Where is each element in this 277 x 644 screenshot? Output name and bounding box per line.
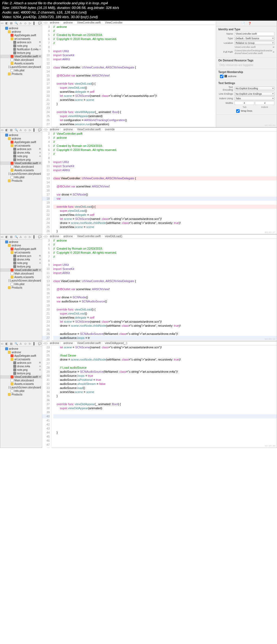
tree-item-art-scnassets[interactable]: art.scnassets xyxy=(0,358,42,361)
breadcrumb[interactable]: ardrone〉ardrone〉ViewController.swift〉vie… xyxy=(50,341,127,345)
tree-item-info-plist[interactable]: Info.plist xyxy=(0,69,42,72)
file-inspector[interactable]: 📄 ❓ Identity and Type NameViewController… xyxy=(216,21,277,127)
breadcrumb-segment[interactable]: ViewController.swift xyxy=(77,342,101,345)
tree-item-texture-png[interactable]: texture.png xyxy=(0,158,42,161)
tree-item-texture-png[interactable]: texture.png xyxy=(0,372,42,375)
folder-icon[interactable]: ▭ xyxy=(1,22,4,25)
tree-item-viewcontroller-swift[interactable]: ViewController.swiftM xyxy=(0,268,42,272)
breadcrumb-segment[interactable]: ardrone xyxy=(50,128,59,131)
tree-item-assets-xcassets[interactable]: Assets.xcassets xyxy=(0,275,42,279)
code-editor[interactable]: ◁▷ ardrone〉ardrone〉ViewController.swift〉… xyxy=(42,128,277,234)
file-tree[interactable]: ardroneardroneAppDelegate.swiftart.scnas… xyxy=(0,240,42,290)
tree-item-art-scnassets[interactable]: art.scnassets xyxy=(0,37,42,41)
lineending-dropdown[interactable]: No Explicit Line Endings xyxy=(235,92,275,96)
test-icon[interactable]: ◇ xyxy=(24,22,27,25)
back-icon[interactable]: ◁ xyxy=(43,128,45,131)
breadcrumb[interactable]: ardrone〉ardrone〉ViewController.swift〉vie… xyxy=(50,235,122,238)
tree-item-appdelegate-swift[interactable]: AppDelegate.swift xyxy=(0,140,42,144)
type-dropdown[interactable]: Default - Swift Source xyxy=(235,37,275,40)
breadcrumb-segment[interactable]: ardrone xyxy=(50,342,59,345)
tree-item-products[interactable]: Products xyxy=(0,179,42,183)
tree-item-drone-m4a[interactable]: drone.m4aA xyxy=(0,258,42,261)
wrap-checkbox[interactable] xyxy=(236,109,240,113)
project-navigator[interactable]: ▭◧▤🔍⚠◇▷▌💬 ardroneardroneAppDelegate.swif… xyxy=(0,128,42,234)
inspector-tabs[interactable]: 📄 ❓ xyxy=(216,21,277,26)
tree-item-note-png[interactable]: note.pngA xyxy=(0,154,42,158)
location-dropdown[interactable]: Relative to Group xyxy=(235,41,275,45)
symbol-icon[interactable]: ▤ xyxy=(10,22,13,25)
tree-item-main-storyboard[interactable]: Main.storyboard xyxy=(0,58,42,62)
reveal-icon[interactable]: ➜ xyxy=(272,51,275,53)
tree-item-launchscreen-storyboard[interactable]: LaunchScreen.storyboard xyxy=(0,172,42,176)
tree-item-launchscreen-storyboard[interactable]: LaunchScreen.storyboard xyxy=(0,386,42,389)
tree-item-assets-xcassets[interactable]: Assets.xcassets xyxy=(0,169,42,172)
encoding-dropdown[interactable]: No Explicit Encoding xyxy=(235,87,275,90)
breadcrumb[interactable]: ardrone〉ardrone〉ViewController.swift〉Vie… xyxy=(50,21,123,25)
folder-icon[interactable]: ▭ xyxy=(1,128,4,132)
breadcrumb-segment[interactable]: override xyxy=(105,128,115,131)
breadcrumb-segment[interactable]: ardrone xyxy=(63,128,72,131)
indent-width-field[interactable]: 4 xyxy=(255,101,275,105)
tree-item-ardrone[interactable]: ardrone xyxy=(0,137,42,140)
tree-item-products[interactable]: Products xyxy=(0,393,42,396)
back-icon[interactable]: ◁ xyxy=(43,342,45,345)
project-navigator[interactable]: ▭ ◧ ▤ 🔍 ⚠ ◇ ▷ ▌ 💬 ardroneardroneAppDeleg… xyxy=(0,21,42,127)
tree-item-note-png[interactable]: note.pngA xyxy=(0,44,42,48)
editor-nav[interactable]: ◁▷ xyxy=(43,21,48,24)
tree-item-ardrone[interactable]: ardrone xyxy=(0,133,42,137)
code-body[interactable]: 2324252627282930313233343536373839404142… xyxy=(42,345,277,448)
tree-item-main-storyboard[interactable]: Main.storyboard xyxy=(0,165,42,169)
file-tree[interactable]: ardroneardroneAppDelegate.swiftart.scnas… xyxy=(0,346,42,397)
debug-icon[interactable]: ▷ xyxy=(29,22,32,25)
tree-item-ardrone-scn[interactable]: ardrone.scnR xyxy=(0,361,42,365)
code-editor[interactable]: ◁▷ ardrone〉ardrone〉ViewController.swift〉… xyxy=(42,235,277,341)
forward-icon[interactable]: ▷ xyxy=(46,235,48,238)
tree-item-main-storyboard[interactable]: Main.storyboard xyxy=(0,272,42,275)
tree-item-appdelegate-swift[interactable]: AppDelegate.swift xyxy=(0,354,42,358)
tree-item-ardrone[interactable]: ardrone xyxy=(0,27,42,30)
back-icon[interactable]: ◁ xyxy=(43,21,45,24)
tree-item-ardrone[interactable]: ardrone xyxy=(0,351,42,354)
breadcrumb-segment[interactable]: ViewController.swift xyxy=(77,128,101,131)
report-icon[interactable]: 💬 xyxy=(38,22,41,25)
navigator-tabs[interactable]: ▭ ◧ ▤ 🔍 ⚠ ◇ ▷ ▌ 💬 xyxy=(0,21,42,26)
breakpoint-icon[interactable]: ▌ xyxy=(34,22,37,25)
tree-item-viewcontroller-swift[interactable]: ViewController.swiftM xyxy=(0,161,42,165)
tree-item-products[interactable]: Products xyxy=(0,286,42,289)
tree-item-viewcontroller-swift[interactable]: ViewController.swiftM xyxy=(0,375,42,379)
tree-item-launchscreen-storyboard[interactable]: LaunchScreen.storyboard xyxy=(0,279,42,282)
tree-item-note-png[interactable]: note.pngA xyxy=(0,261,42,265)
folder-picker-icon[interactable]: ➜ xyxy=(272,46,275,48)
tree-item-note-png[interactable]: note.pngA xyxy=(0,368,42,372)
issue-icon[interactable]: ⚠ xyxy=(19,22,22,25)
breadcrumb-segment[interactable]: viewDidAppear(_:) xyxy=(105,342,127,345)
tree-item-viewcontroller-swift[interactable]: ViewController.swiftM xyxy=(0,55,42,58)
tree-item-assets-xcassets[interactable]: Assets.xcassets xyxy=(0,382,42,386)
navigator-tabs[interactable]: ▭◧▤🔍⚠◇▷▌💬 xyxy=(0,128,42,133)
breadcrumb-segment[interactable]: ViewController xyxy=(105,21,123,24)
tree-item-notification-6-m4a[interactable]: Notification 6.m4aA xyxy=(0,48,42,51)
tab-width-field[interactable]: 4 xyxy=(235,101,254,105)
project-navigator[interactable]: ▭◧▤🔍⚠◇▷▌💬 ardroneardroneAppDelegate.swif… xyxy=(0,235,42,341)
tree-item-art-scnassets[interactable]: art.scnassets xyxy=(0,251,42,254)
tree-item-drone-m4a[interactable]: drone.m4aA xyxy=(0,151,42,154)
navigator-tabs[interactable]: ▭◧▤🔍⚠◇▷▌💬 xyxy=(0,341,42,346)
tree-item-art-scnassets[interactable]: art.scnassets xyxy=(0,144,42,147)
back-icon[interactable]: ◁ xyxy=(43,235,45,238)
tree-item-ardrone-scn[interactable]: ardrone.scnR xyxy=(0,147,42,151)
tree-item-launchscreen-storyboard[interactable]: LaunchScreen.storyboard xyxy=(0,65,42,69)
help-inspector-icon[interactable]: ❓ xyxy=(248,22,251,25)
tree-item-appdelegate-swift[interactable]: AppDelegate.swift xyxy=(0,34,42,37)
file-inspector-icon[interactable]: 📄 xyxy=(242,22,245,25)
name-field[interactable]: ViewController.swift xyxy=(235,32,275,36)
tree-item-drone-m4a[interactable]: drone.m4aA xyxy=(0,365,42,368)
tree-item-texture-png[interactable]: texture.png xyxy=(0,265,42,268)
tree-item-info-plist[interactable]: Info.plist xyxy=(0,389,42,393)
breadcrumb-segment[interactable]: viewDidLoad() xyxy=(105,235,122,238)
file-tree[interactable]: ardroneardroneAppDelegate.swiftart.scnas… xyxy=(0,26,42,76)
forward-icon[interactable]: ▷ xyxy=(46,21,48,24)
code-editor[interactable]: ◁▷ ardrone〉ardrone〉ViewController.swift〉… xyxy=(42,341,277,448)
tree-item-main-storyboard[interactable]: Main.storyboard xyxy=(0,379,42,382)
source-control-icon[interactable]: ◧ xyxy=(5,22,8,25)
tree-item-ardrone[interactable]: ardrone xyxy=(0,240,42,244)
